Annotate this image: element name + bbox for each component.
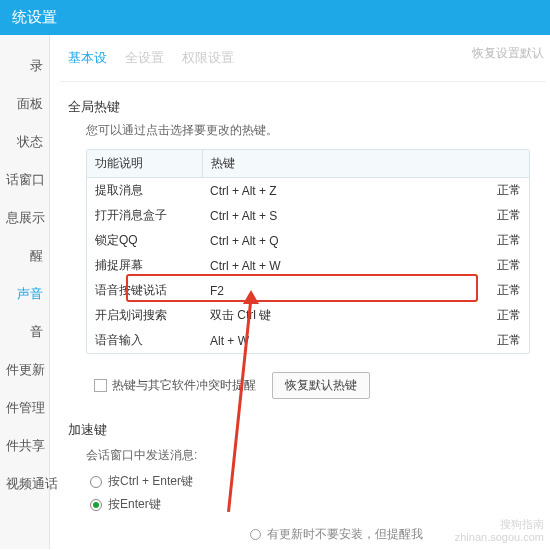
footer-label: 有更新时不要安装，但提醒我 [267,526,423,543]
corner-reset[interactable]: 恢复设置默认 [472,45,544,62]
sidebar-item-display[interactable]: 息展示 [0,199,49,237]
table-header: 功能说明 热键 [87,150,529,178]
radio-icon [90,499,102,511]
sidebar-item-status[interactable]: 状态 [0,123,49,161]
sidebar-item-update[interactable]: 件更新 [0,351,49,389]
col-key-header: 热键 [202,150,529,177]
sidebar-item-filemgr[interactable]: 件管理 [0,389,49,427]
content: 录 面板 状态 话窗口 息展示 醒 声音 音 件更新 件管理 件共享 视频通话 … [0,35,550,549]
radio-enter[interactable]: 按Enter键 [68,493,538,516]
settings-window: 统设置 录 面板 状态 话窗口 息展示 醒 声音 音 件更新 件管理 件共享 视… [0,0,550,550]
main-panel: 基本设 全设置 权限设置 恢复设置默认 全局热键 您可以通过点击选择要更改的热键… [50,35,550,549]
hotkey-section-title: 全局热键 [68,92,538,122]
table-row[interactable]: 语音按键说话F2正常 [87,278,529,303]
hotkey-hint: 您可以通过点击选择要更改的热键。 [68,122,538,149]
accel-subtitle: 会话窗口中发送消息: [68,445,538,470]
titlebar: 统设置 [0,0,550,35]
restore-default-button[interactable]: 恢复默认热键 [272,372,370,399]
sidebar-item-hotkey[interactable]: 声音 [0,275,49,313]
conflict-checkbox[interactable]: 热键与其它软件冲突时提醒 [94,377,256,394]
checkbox-icon [94,379,107,392]
table-row[interactable]: 语音输入Alt + W正常 [87,328,529,353]
conflict-label: 热键与其它软件冲突时提醒 [112,377,256,394]
sidebar-item-login[interactable]: 录 [0,47,49,85]
sidebar-item-video[interactable]: 视频通话 [0,465,49,503]
radio-icon [250,529,261,540]
footer-update-option[interactable]: 有更新时不要安装，但提醒我 [250,526,423,543]
tab-all[interactable]: 全设置 [125,49,164,67]
sidebar-item-chat[interactable]: 话窗口 [0,161,49,199]
radio-label: 按Enter键 [108,496,161,513]
sidebar-item-sound[interactable]: 音 [0,313,49,351]
sidebar-item-remind[interactable]: 醒 [0,237,49,275]
tab-basic[interactable]: 基本设 [68,49,107,67]
table-row[interactable]: 开启划词搜索双击 Ctrl 键正常 [87,303,529,328]
hotkey-footer-row: 热键与其它软件冲突时提醒 恢复默认热键 [68,362,538,403]
hotkey-panel: 全局热键 您可以通过点击选择要更改的热键。 功能说明 热键 提取消息Ctrl +… [60,82,546,526]
window-title: 统设置 [12,8,57,25]
watermark: 搜狗指南 zhinan.sogou.com [455,518,544,544]
sidebar: 录 面板 状态 话窗口 息展示 醒 声音 音 件更新 件管理 件共享 视频通话 [0,35,50,549]
radio-ctrl-enter[interactable]: 按Ctrl + Enter键 [68,470,538,493]
table-row[interactable]: 锁定QQCtrl + Alt + Q正常 [87,228,529,253]
hotkey-table: 功能说明 热键 提取消息Ctrl + Alt + Z正常 打开消息盒子Ctrl … [86,149,530,354]
tab-perm[interactable]: 权限设置 [182,49,234,67]
radio-label: 按Ctrl + Enter键 [108,473,193,490]
col-func-header: 功能说明 [87,150,202,177]
table-row[interactable]: 提取消息Ctrl + Alt + Z正常 [87,178,529,203]
table-row[interactable]: 打开消息盒子Ctrl + Alt + S正常 [87,203,529,228]
table-row-screenshot[interactable]: 捕捉屏幕Ctrl + Alt + W正常 [87,253,529,278]
sidebar-item-panel[interactable]: 面板 [0,85,49,123]
radio-icon [90,476,102,488]
accel-section-title: 加速键 [68,403,538,445]
sidebar-item-share[interactable]: 件共享 [0,427,49,465]
